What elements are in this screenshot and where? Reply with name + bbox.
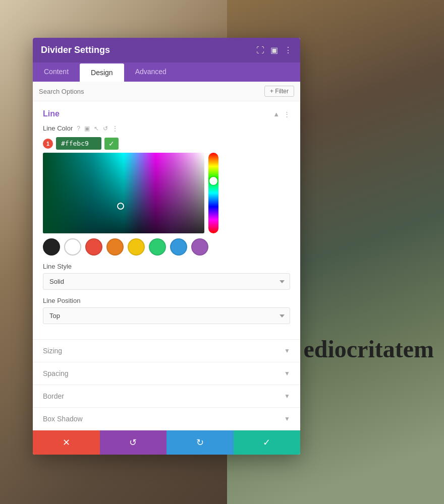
box-shadow-chevron: ▼ [284, 415, 290, 422]
box-shadow-title: Box Shadow [43, 415, 83, 423]
box-shadow-section[interactable]: Box Shadow ▼ [33, 408, 300, 430]
swatches [43, 238, 290, 256]
tab-advanced[interactable]: Advanced [124, 62, 178, 82]
hue-slider[interactable] [208, 153, 218, 233]
redo-button[interactable]: ↻ [166, 430, 234, 455]
border-chevron: ▼ [284, 393, 290, 400]
undo-button[interactable]: ↺ [100, 430, 167, 455]
line-section-header: Line ▲ ⋮ [43, 109, 290, 118]
sizing-title: Sizing [43, 347, 62, 355]
tab-design[interactable]: Design [80, 64, 124, 82]
line-style-field: Line Style Solid Dashed Dotted Double No… [43, 263, 290, 290]
hex-input[interactable] [56, 137, 101, 150]
background-text: ediocritatem [303, 335, 434, 363]
swatch-black[interactable] [43, 238, 60, 256]
undo-icon: ↺ [129, 437, 137, 448]
spacing-title: Spacing [43, 369, 69, 377]
border-section[interactable]: Border ▼ [33, 385, 300, 408]
swatch-blue[interactable] [170, 238, 187, 256]
tabs: Content Design Advanced [33, 62, 300, 82]
color-input-row: 1 ✓ [43, 137, 290, 150]
hue-thumb[interactable] [209, 177, 217, 185]
columns-icon[interactable]: ▣ [270, 45, 278, 55]
cursor-icon[interactable]: ↖ [94, 125, 99, 132]
cancel-button[interactable]: ✕ [33, 430, 100, 455]
line-style-select[interactable]: Solid Dashed Dotted Double None [43, 273, 290, 290]
swatch-yellow[interactable] [128, 238, 145, 256]
sizing-chevron: ▼ [284, 347, 290, 354]
panel-body: Line ▲ ⋮ Line Color ? ▣ ↖ ↺ ⋮ 1 [33, 101, 300, 430]
color-badge: 1 [43, 139, 53, 149]
more-dots-icon[interactable]: ⋮ [112, 125, 118, 132]
line-section: Line ▲ ⋮ Line Color ? ▣ ↖ ↺ ⋮ 1 [33, 101, 300, 340]
swatch-purple[interactable] [191, 238, 208, 256]
reset-icon[interactable]: ↺ [103, 125, 108, 132]
search-input[interactable] [39, 88, 264, 95]
help-icon[interactable]: ? [77, 125, 80, 132]
expand-icon[interactable]: ⛶ [256, 46, 264, 55]
border-title: Border [43, 392, 64, 400]
picker-crosshair[interactable] [117, 203, 124, 210]
search-bar: + Filter [33, 82, 300, 101]
cancel-icon: ✕ [63, 437, 70, 448]
swatch-green[interactable] [149, 238, 166, 256]
picker-area [43, 153, 290, 233]
line-style-label: Line Style [43, 263, 290, 270]
save-icon: ✓ [263, 437, 270, 448]
monitor-icon[interactable]: ▣ [84, 125, 90, 132]
spacing-section[interactable]: Spacing ▼ [33, 362, 300, 385]
redo-icon: ↻ [196, 437, 204, 448]
swatch-red[interactable] [85, 238, 102, 256]
tab-content[interactable]: Content [33, 62, 80, 82]
swatch-white[interactable] [64, 238, 81, 256]
save-button[interactable]: ✓ [234, 430, 301, 455]
panel-header: Divider Settings ⛶ ▣ ⋮ [33, 38, 300, 62]
spacing-chevron: ▼ [284, 370, 290, 377]
line-position-label: Line Position [43, 297, 290, 304]
filter-label: + Filter [270, 88, 289, 95]
line-color-row: Line Color ? ▣ ↖ ↺ ⋮ [43, 124, 290, 132]
color-picker: 1 ✓ [43, 137, 290, 256]
more-icon[interactable]: ⋮ [284, 45, 292, 55]
sizing-section[interactable]: Sizing ▼ [33, 340, 300, 362]
line-section-title: Line [43, 109, 60, 118]
line-more-icon[interactable]: ⋮ [284, 110, 290, 118]
filter-button[interactable]: + Filter [264, 86, 294, 97]
line-position-field: Line Position Top Bottom Center None [43, 297, 290, 324]
confirm-color-button[interactable]: ✓ [104, 138, 119, 150]
panel-title: Divider Settings [41, 45, 110, 55]
divider-settings-panel: Divider Settings ⛶ ▣ ⋮ Content Design Ad… [33, 38, 300, 455]
line-section-controls: ▲ ⋮ [273, 110, 290, 118]
header-icons: ⛶ ▣ ⋮ [256, 45, 292, 55]
collapse-icon[interactable]: ▲ [273, 110, 280, 118]
line-color-label: Line Color [43, 124, 73, 132]
gradient-canvas[interactable] [43, 153, 204, 233]
swatch-orange[interactable] [106, 238, 124, 256]
bottom-toolbar: ✕ ↺ ↻ ✓ [33, 430, 300, 455]
line-position-select[interactable]: Top Bottom Center None [43, 307, 290, 324]
